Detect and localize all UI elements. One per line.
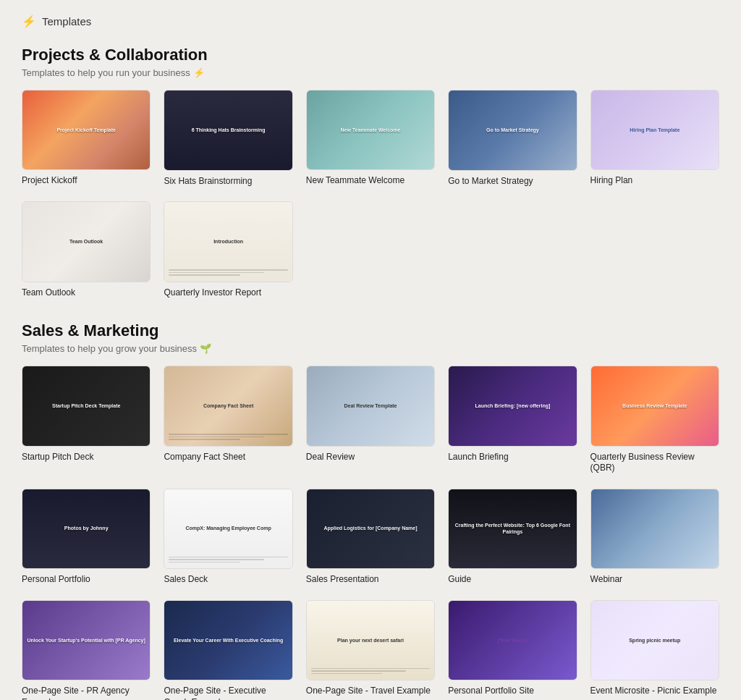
template-item-event-picnic[interactable]: Spring picnic meetupEvent Microsite - Pi… xyxy=(590,600,719,700)
template-label-go-to-market: Go to Market Strategy xyxy=(448,176,577,187)
template-thumbnail-hiring-plan: Hiring Plan Template xyxy=(590,90,719,170)
section-projects-collaboration: Projects & CollaborationTemplates to hel… xyxy=(22,46,719,298)
page-header: ⚡ Templates xyxy=(22,14,719,28)
template-item-one-page-pr[interactable]: Unlock Your Startup's Potential with [PR… xyxy=(22,600,151,700)
template-thumbnail-webinar xyxy=(590,489,719,569)
template-thumbnail-launch-briefing: Launch Briefing: [new offering] xyxy=(448,366,577,447)
template-item-quarterly-investor[interactable]: IntroductionQuarterly Investor Report xyxy=(164,201,292,298)
template-label-personal-portfolio-site: Personal Portfolio Site xyxy=(448,686,577,697)
templates-grid-sales-marketing: Startup Pitch Deck TemplateStartup Pitch… xyxy=(22,366,719,700)
template-label-hiring-plan: Hiring Plan xyxy=(590,175,719,187)
template-item-go-to-market[interactable]: Go to Market StrategyGo to Market Strate… xyxy=(448,90,577,187)
section-subtitle-projects-collaboration: Templates to help you run your business … xyxy=(22,67,719,78)
section-title-projects-collaboration: Projects & Collaboration xyxy=(22,46,719,64)
template-item-project-kickoff[interactable]: Project Kickoff TemplateProject Kickoff xyxy=(22,90,151,187)
template-item-quarterly-business[interactable]: Business Review TemplateQuarterly Busine… xyxy=(590,366,719,474)
section-sales-marketing: Sales & MarketingTemplates to help you g… xyxy=(22,321,719,700)
template-thumbnail-one-page-pr: Unlock Your Startup's Potential with [PR… xyxy=(22,600,151,680)
template-thumbnail-startup-pitch: Startup Pitch Deck Template xyxy=(22,366,151,446)
template-thumbnail-one-page-travel: Plan your next desert safari xyxy=(306,600,435,680)
template-label-new-teammate: New Teammate Welcome xyxy=(306,175,435,187)
template-thumbnail-company-fact-sheet: Company Fact Sheet xyxy=(164,366,292,447)
template-label-deal-review: Deal Review xyxy=(306,452,435,463)
template-label-quarterly-investor: Quarterly Investor Report xyxy=(164,287,292,299)
template-label-launch-briefing: Launch Briefing xyxy=(448,452,577,463)
template-thumbnail-deal-review: Deal Review Template xyxy=(306,366,435,446)
template-thumbnail-event-picnic: Spring picnic meetup xyxy=(590,600,719,680)
template-thumbnail-quarterly-investor: Introduction xyxy=(164,201,292,282)
template-item-personal-portfolio[interactable]: Photos by JohnnyPersonal Portfolio xyxy=(22,489,151,586)
template-label-sales-deck: Sales Deck xyxy=(164,574,292,586)
template-item-sales-presentation[interactable]: Applied Logistics for [Company Name]Sale… xyxy=(306,489,435,586)
template-label-quarterly-business: Quarterly Business Review (QBR) xyxy=(590,452,719,474)
template-label-six-hats: Six Hats Brainstorming xyxy=(164,176,292,187)
section-subtitle-sales-marketing: Templates to help you grow your business… xyxy=(22,343,719,354)
template-thumbnail-go-to-market: Go to Market Strategy xyxy=(448,90,577,171)
page-title: Templates xyxy=(42,15,91,28)
template-item-hiring-plan[interactable]: Hiring Plan TemplateHiring Plan xyxy=(590,90,719,187)
template-label-one-page-pr: One-Page Site - PR Agency Example xyxy=(22,686,151,700)
template-label-event-picnic: Event Microsite - Picnic Example xyxy=(590,686,719,697)
template-thumbnail-personal-portfolio: Photos by Johnny xyxy=(22,489,151,569)
templates-grid-projects-collaboration: Project Kickoff TemplateProject Kickoff6… xyxy=(22,90,719,298)
template-thumbnail-quarterly-business: Business Review Template xyxy=(590,366,719,446)
template-label-sales-presentation: Sales Presentation xyxy=(306,574,435,586)
template-thumbnail-sales-presentation: Applied Logistics for [Company Name] xyxy=(306,489,435,569)
template-item-team-outlook[interactable]: Team OutlookTeam Outlook xyxy=(22,201,151,298)
template-thumbnail-personal-portfolio-site: [Your Name] xyxy=(448,600,577,681)
template-thumbnail-new-teammate: New Teammate Welcome xyxy=(306,90,435,170)
template-item-guide[interactable]: Crafting the Perfect Website: Top 6 Goog… xyxy=(448,489,577,586)
template-thumbnail-sales-deck: CompX: Managing Employee Comp xyxy=(164,489,292,570)
template-item-personal-portfolio-site[interactable]: [Your Name]Personal Portfolio Site xyxy=(448,600,577,700)
template-thumbnail-six-hats: 6 Thinking Hats Brainstorming xyxy=(164,90,292,171)
template-label-one-page-executive: One-Page Site - Executive Coach Example xyxy=(164,686,292,700)
template-item-one-page-travel[interactable]: Plan your next desert safariOne-Page Sit… xyxy=(306,600,435,700)
template-thumbnail-guide: Crafting the Perfect Website: Top 6 Goog… xyxy=(448,489,577,570)
template-item-deal-review[interactable]: Deal Review TemplateDeal Review xyxy=(306,366,435,474)
template-item-company-fact-sheet[interactable]: Company Fact SheetCompany Fact Sheet xyxy=(164,366,292,474)
template-thumbnail-team-outlook: Team Outlook xyxy=(22,201,151,282)
section-title-sales-marketing: Sales & Marketing xyxy=(22,321,719,340)
template-item-six-hats[interactable]: 6 Thinking Hats BrainstormingSix Hats Br… xyxy=(164,90,292,187)
template-label-team-outlook: Team Outlook xyxy=(22,287,151,299)
template-item-startup-pitch[interactable]: Startup Pitch Deck TemplateStartup Pitch… xyxy=(22,366,151,474)
template-label-startup-pitch: Startup Pitch Deck xyxy=(22,452,151,463)
template-item-one-page-executive[interactable]: Elevate Your Career With Executive Coach… xyxy=(164,600,292,700)
lightning-icon: ⚡ xyxy=(22,14,36,28)
template-item-webinar[interactable]: Webinar xyxy=(590,489,719,586)
template-item-new-teammate[interactable]: New Teammate WelcomeNew Teammate Welcome xyxy=(306,90,435,187)
template-thumbnail-project-kickoff: Project Kickoff Template xyxy=(22,90,151,170)
template-item-launch-briefing[interactable]: Launch Briefing: [new offering]Launch Br… xyxy=(448,366,577,474)
template-label-one-page-travel: One-Page Site - Travel Example xyxy=(306,686,435,697)
template-label-personal-portfolio: Personal Portfolio xyxy=(22,574,151,586)
template-label-webinar: Webinar xyxy=(590,574,719,586)
template-label-company-fact-sheet: Company Fact Sheet xyxy=(164,452,292,463)
template-label-project-kickoff: Project Kickoff xyxy=(22,175,151,187)
template-item-sales-deck[interactable]: CompX: Managing Employee CompSales Deck xyxy=(164,489,292,586)
template-label-guide: Guide xyxy=(448,574,577,586)
template-thumbnail-one-page-executive: Elevate Your Career With Executive Coach… xyxy=(164,600,292,681)
